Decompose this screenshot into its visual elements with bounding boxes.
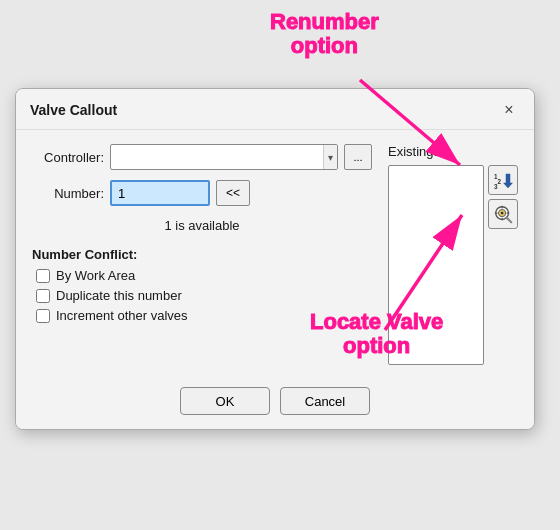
- checkbox-row-2: Duplicate this number: [32, 288, 372, 303]
- dialog-titlebar: Valve Callout ×: [16, 89, 534, 130]
- controller-row: Controller: ▾ ...: [32, 144, 372, 170]
- svg-marker-5: [503, 174, 513, 189]
- ok-button[interactable]: OK: [180, 387, 270, 415]
- dialog: Valve Callout × Controller: ▾ ... Number…: [15, 88, 535, 430]
- duplicate-number-label: Duplicate this number: [56, 288, 182, 303]
- prev-button[interactable]: <<: [216, 180, 250, 206]
- svg-text:3: 3: [494, 183, 498, 190]
- available-text: 1 is available: [32, 218, 372, 233]
- dialog-body: Controller: ▾ ... Number: << 1 is availa…: [16, 130, 534, 377]
- dropdown-arrow-icon[interactable]: ▾: [323, 145, 337, 169]
- renumber-annotation: Renumberoption: [270, 10, 379, 58]
- controller-label: Controller:: [32, 150, 104, 165]
- controller-select[interactable]: ▾: [110, 144, 338, 170]
- increment-valves-label: Increment other valves: [56, 308, 188, 323]
- renumber-icon: 1 2 3: [493, 170, 513, 190]
- increment-valves-checkbox[interactable]: [36, 309, 50, 323]
- close-button[interactable]: ×: [498, 99, 520, 121]
- dialog-title: Valve Callout: [30, 102, 117, 118]
- existing-container: 1 2 3: [388, 165, 518, 365]
- right-panel: Existing: 1 2 3: [388, 144, 518, 365]
- controller-input[interactable]: [111, 145, 323, 169]
- checkbox-row-3: Increment other valves: [32, 308, 372, 323]
- number-label: Number:: [32, 186, 104, 201]
- existing-tools: 1 2 3: [488, 165, 518, 365]
- by-work-area-label: By Work Area: [56, 268, 135, 283]
- duplicate-number-checkbox[interactable]: [36, 289, 50, 303]
- by-work-area-checkbox[interactable]: [36, 269, 50, 283]
- svg-text:2: 2: [498, 178, 502, 185]
- cancel-button[interactable]: Cancel: [280, 387, 370, 415]
- existing-label: Existing:: [388, 144, 518, 159]
- left-panel: Controller: ▾ ... Number: << 1 is availa…: [32, 144, 372, 365]
- conflict-label: Number Conflict:: [32, 247, 372, 262]
- browse-button[interactable]: ...: [344, 144, 372, 170]
- locate-valve-button[interactable]: [488, 199, 518, 229]
- existing-list[interactable]: [388, 165, 484, 365]
- svg-line-13: [507, 218, 512, 223]
- number-row: Number: <<: [32, 180, 372, 206]
- svg-point-8: [501, 212, 504, 215]
- conflict-section: Number Conflict: By Work Area Duplicate …: [32, 243, 372, 323]
- dialog-footer: OK Cancel: [16, 377, 534, 429]
- renumber-button[interactable]: 1 2 3: [488, 165, 518, 195]
- locate-valve-icon: [493, 204, 513, 224]
- checkbox-row-1: By Work Area: [32, 268, 372, 283]
- number-input[interactable]: [110, 180, 210, 206]
